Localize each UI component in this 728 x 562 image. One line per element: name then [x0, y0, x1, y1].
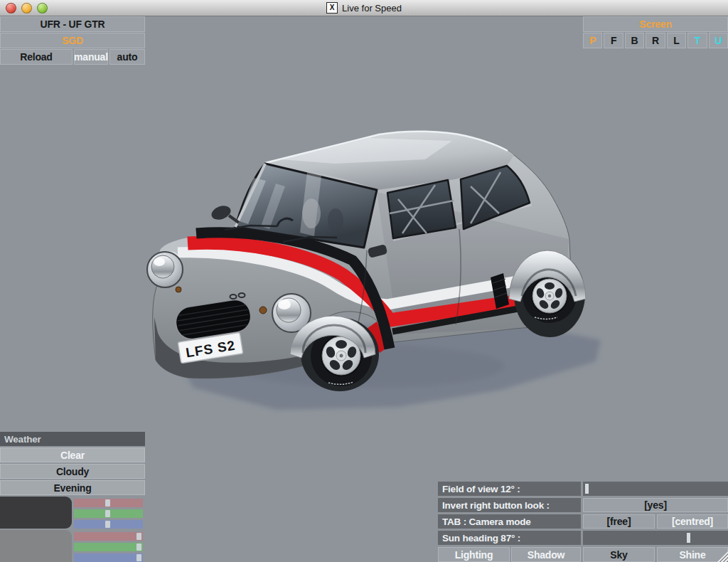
shadow-button[interactable]: Shadow: [511, 547, 581, 562]
fov-slider-handle[interactable]: [585, 484, 589, 494]
invert-look-label: Invert right button look :: [438, 498, 581, 512]
auto-button[interactable]: auto: [109, 49, 145, 65]
weather-option-clear[interactable]: Clear: [0, 447, 145, 462]
skin-select-button[interactable]: SGD: [0, 33, 145, 48]
screen-button-p[interactable]: P: [583, 33, 602, 48]
headlight-left: [147, 252, 183, 287]
camera-mode-label: TAB : Camera mode: [438, 514, 581, 529]
blue-slider[interactable]: [74, 520, 143, 529]
screen-button-l[interactable]: L: [667, 33, 686, 48]
blue-slider[interactable]: [74, 553, 143, 562]
lfs-garage-screen: { "window": { "title": "Live for Speed",…: [0, 0, 728, 562]
green-slider[interactable]: [74, 543, 143, 551]
window-controls: [6, 3, 48, 14]
slider-handle[interactable]: [136, 533, 141, 540]
weather-panel-title: Weather: [0, 432, 145, 446]
close-button[interactable]: [6, 3, 16, 14]
color-swatch-dark[interactable]: [0, 497, 72, 529]
camera-free-button[interactable]: [free]: [583, 514, 655, 529]
slider-handle[interactable]: [136, 554, 141, 561]
red-slider[interactable]: [74, 532, 143, 541]
sun-heading-slider-handle[interactable]: [687, 533, 690, 543]
mirror-left: [210, 203, 239, 223]
shine-button[interactable]: Shine: [657, 547, 728, 562]
manual-button[interactable]: manual: [74, 49, 108, 65]
slider-handle[interactable]: [105, 521, 110, 528]
fov-slider[interactable]: [583, 482, 728, 496]
camera-centred-button[interactable]: [centred]: [657, 514, 728, 529]
screen-button-t[interactable]: T: [687, 33, 707, 48]
screen-button-f[interactable]: F: [604, 33, 623, 48]
screen-button-r[interactable]: R: [646, 33, 665, 48]
screen-button-u[interactable]: U: [709, 33, 728, 48]
invert-look-value-button[interactable]: [yes]: [583, 498, 728, 512]
weather-option-cloudy[interactable]: Cloudy: [0, 464, 145, 479]
sun-heading-slider[interactable]: [583, 531, 728, 545]
weather-option-evening[interactable]: Evening: [0, 480, 145, 495]
lighting-button[interactable]: Lighting: [438, 547, 510, 562]
vehicle-select-button[interactable]: UFR - UF GTR: [0, 16, 145, 32]
slider-handle[interactable]: [105, 499, 110, 507]
indicator-right: [259, 307, 267, 314]
screen-buttons: P F B R L T U: [583, 33, 728, 48]
slider-handle[interactable]: [105, 510, 110, 517]
window-titlebar: X Live for Speed: [0, 0, 728, 16]
minimize-button[interactable]: [21, 3, 32, 14]
window-title: Live for Speed: [342, 3, 402, 14]
green-slider[interactable]: [74, 509, 143, 518]
fov-label: Field of view 12° :: [438, 482, 581, 496]
screen-panel-title: Screen: [583, 16, 728, 32]
zoom-button[interactable]: [37, 3, 48, 14]
slider-handle[interactable]: [136, 544, 141, 551]
screen-button-b[interactable]: B: [625, 33, 644, 48]
x11-app-icon: X: [326, 2, 338, 14]
sun-heading-label: Sun heading 87° :: [438, 531, 581, 545]
indicator-left: [176, 287, 181, 292]
reload-button[interactable]: Reload: [0, 49, 73, 65]
color-swatch-gray[interactable]: [0, 530, 72, 562]
red-slider[interactable]: [74, 499, 143, 507]
sky-button[interactable]: Sky: [583, 547, 655, 562]
